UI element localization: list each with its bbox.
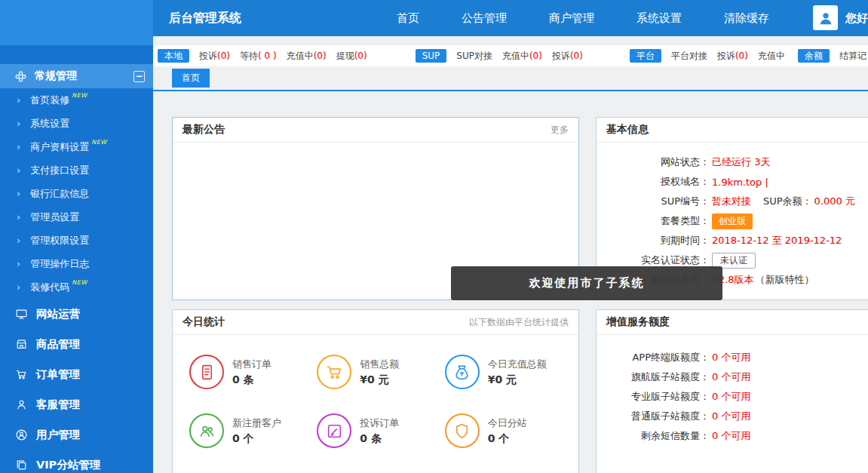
status-item-label: 投诉 xyxy=(717,51,735,61)
status-sup-recharging[interactable]: 充值中(0) xyxy=(502,50,542,63)
stat-complaint-orders[interactable]: 投诉订单0 条 xyxy=(317,413,444,448)
sidebar-item-bank-info[interactable]: ›银行汇款信息 xyxy=(0,182,153,205)
info-value: 2018-12-12 至 2019-12-12 xyxy=(712,234,842,247)
status-item-label: 提现 xyxy=(336,51,354,61)
sidebar-item-merchant-profile[interactable]: ›商户资料设置NEW xyxy=(0,135,153,158)
stat-value: ¥0 元 xyxy=(360,373,399,387)
status-item-count: (0) xyxy=(529,51,542,61)
stat-value: 0 条 xyxy=(232,373,271,387)
user-greeting[interactable]: 您好 xyxy=(845,11,868,26)
top-bar: 后台管理系统 首页 公告管理 商户管理 系统设置 清除缓存 您好 xyxy=(153,0,868,36)
quota-row-sms: 剩余短信数量：0 个可用 xyxy=(597,426,868,446)
topnav-clear-cache[interactable]: 清除缓存 xyxy=(724,11,769,26)
sidebar-item-label: 客服管理 xyxy=(36,398,80,412)
chevron-right-icon: › xyxy=(17,118,20,129)
stat-text: 销售总额¥0 元 xyxy=(360,358,399,387)
info-value: 已经运行 3天 xyxy=(712,155,770,169)
stat-new-customers[interactable]: 新注册客户0 个 xyxy=(189,413,317,448)
new-badge: NEW xyxy=(91,139,106,146)
sup-badge[interactable]: SUP xyxy=(416,49,447,63)
chevron-right-icon: › xyxy=(17,211,20,223)
monitor-icon xyxy=(15,308,28,321)
plan-button[interactable]: 创业版 xyxy=(712,213,753,229)
status-local-withdraw[interactable]: 提现(0) xyxy=(336,50,367,63)
platform-badge[interactable]: 平台 xyxy=(630,49,661,63)
sidebar-item-system-settings[interactable]: ›系统设置 xyxy=(0,112,153,135)
card-header: 基本信息 xyxy=(597,118,868,143)
status-platform-complaints[interactable]: 投诉(0) xyxy=(717,50,748,63)
quota-label: 专业版子站额度： xyxy=(597,390,710,404)
stat-sales-orders[interactable]: 销售订单0 条 xyxy=(189,355,317,389)
sidebar-item-products[interactable]: 商品管理 xyxy=(0,329,153,359)
status-item-label: 结算记 xyxy=(839,51,866,61)
more-link[interactable]: 更多 xyxy=(551,124,569,137)
info-label: 授权域名： xyxy=(597,175,710,189)
info-row-domain: 授权域名：1.9km.top | xyxy=(597,172,868,192)
status-local-waiting[interactable]: 等待( 0 ) xyxy=(240,50,277,63)
sidebar-section-general[interactable]: 常规管理 − xyxy=(0,64,153,88)
stat-label: 投诉订单 xyxy=(360,416,399,430)
status-bar: 本地 投诉(0) 等待( 0 ) 充值中(0) 提现(0) SUP SUP对接 … xyxy=(153,45,868,66)
sidebar-item-label: 装修代码 xyxy=(30,281,69,294)
sidebar-item-users[interactable]: 用户管理 xyxy=(0,419,153,450)
sidebar-item-admin-logs[interactable]: ›管理操作日志 xyxy=(0,252,153,275)
status-settlement-records[interactable]: 结算记 xyxy=(839,50,866,63)
stat-text: 今日分站0 个 xyxy=(488,416,527,446)
topnav-home[interactable]: 首页 xyxy=(397,11,419,26)
sidebar-item-admin-settings[interactable]: ›管理员设置 xyxy=(0,205,153,229)
local-badge[interactable]: 本地 xyxy=(158,49,189,63)
topnav-announcements[interactable]: 公告管理 xyxy=(462,11,507,26)
sidebar-item-customer-service[interactable]: 客服管理 xyxy=(0,389,153,419)
status-local-recharging[interactable]: 充值中(0) xyxy=(287,50,327,63)
sidebar-item-decor-code[interactable]: ›装修代码NEW xyxy=(0,275,153,299)
sidebar-item-label: 网站运营 xyxy=(36,307,80,321)
stat-label: 今日充值总额 xyxy=(488,358,547,371)
stat-today-substations[interactable]: 今日分站0 个 xyxy=(445,413,572,448)
stat-label: 销售总额 xyxy=(360,358,399,371)
status-platform-recharging[interactable]: 充值中 xyxy=(758,50,785,63)
user-avatar-icon xyxy=(817,10,834,26)
quota-value: 0 个可用 xyxy=(712,410,750,423)
stat-text: 今日充值总额¥0 元 xyxy=(488,358,547,387)
sidebar-item-payment-api[interactable]: ›支付接口设置 xyxy=(0,158,153,182)
sidebar-item-label: 银行汇款信息 xyxy=(30,187,89,201)
status-sup-link[interactable]: SUP对接 xyxy=(456,50,492,63)
quota-value: 0 个可用 xyxy=(712,390,750,404)
stat-value: 0 条 xyxy=(360,432,399,446)
avatar[interactable] xyxy=(813,5,838,30)
sidebar-item-label: 支付接口设置 xyxy=(30,164,89,177)
status-item-count: (0) xyxy=(354,51,367,61)
status-sup-complaints[interactable]: 投诉(0) xyxy=(552,50,583,63)
balance-badge[interactable]: 余额 xyxy=(798,49,830,63)
sidebar-main-menu: 网站运营 商品管理 订单管理 客服管理 用户管理 VIP分站管理 xyxy=(0,299,153,473)
sidebar-item-site-operations[interactable]: 网站运营 xyxy=(0,299,153,329)
status-local-complaints[interactable]: 投诉(0) xyxy=(199,50,230,63)
sidebar-item-vip-substations[interactable]: VIP分站管理 xyxy=(0,450,153,473)
stat-label: 今日分站 xyxy=(488,416,527,430)
changelog-link[interactable]: （新版特性） xyxy=(756,273,814,287)
collapse-icon[interactable]: − xyxy=(133,71,145,82)
sidebar-item-home-decor[interactable]: ›首页装修NEW xyxy=(0,88,153,112)
stat-text: 新注册客户0 个 xyxy=(232,416,281,446)
info-value: 1.9km.top | xyxy=(712,177,768,188)
card-title: 今日统计 xyxy=(182,315,225,329)
topnav-settings[interactable]: 系统设置 xyxy=(636,11,682,26)
sidebar-item-label: 管理操作日志 xyxy=(30,257,89,271)
tab-home[interactable]: 首页 xyxy=(172,69,210,88)
status-item-count: ( 0 ) xyxy=(258,51,277,61)
stat-sales-total[interactable]: 销售总额¥0 元 xyxy=(317,355,444,389)
sidebar-item-admin-permissions[interactable]: ›管理权限设置 xyxy=(0,229,153,252)
info-label: 套餐类型： xyxy=(597,214,710,228)
topnav-merchants[interactable]: 商户管理 xyxy=(549,11,594,26)
info-value: 0.000 元 xyxy=(814,195,855,208)
admin-dashboard: 后台管理系统 首页 公告管理 商户管理 系统设置 清除缓存 您好 本地 投诉(0… xyxy=(0,0,868,473)
stat-recharge-total[interactable]: 今日充值总额¥0 元 xyxy=(445,355,572,389)
status-group-sup: SUP SUP对接 充值中(0) 投诉(0) xyxy=(416,49,583,63)
quota-label: 剩余短信数量： xyxy=(597,429,710,443)
sidebar-item-orders[interactable]: 订单管理 xyxy=(0,359,153,389)
shield-icon xyxy=(445,413,480,448)
status-item-label: 平台对接 xyxy=(671,51,707,61)
sidebar-section-label: 常规管理 xyxy=(35,69,77,83)
status-platform-link[interactable]: 平台对接 xyxy=(671,50,707,63)
info-value: 暂未对接 xyxy=(712,195,751,208)
